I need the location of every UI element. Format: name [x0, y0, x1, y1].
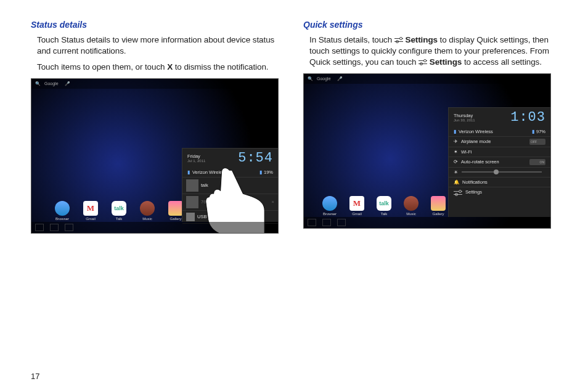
wifi-icon: ✶ — [454, 149, 458, 155]
status-date: Jul 1, 2011 — [187, 159, 205, 163]
gmail-label: Gmail — [86, 217, 96, 221]
browser-label: Browser — [323, 212, 337, 216]
gmail-label: Gmail — [352, 212, 362, 216]
gallery-label: Gallery — [432, 212, 444, 216]
bell-icon: 🔔 — [454, 179, 459, 185]
status-day: Friday — [187, 153, 205, 159]
back-button[interactable] — [35, 224, 44, 231]
qs-text-e: to access all settings. — [462, 57, 542, 67]
home-apps-row: Browser Gmail talkTalk Music Gallery — [55, 201, 183, 216]
airplane-mode-row[interactable]: ✈Airplane mode OFF — [449, 137, 550, 147]
mic-icon[interactable]: 🎤 — [65, 81, 70, 86]
signal-icon: ▮ — [454, 129, 456, 134]
autorotate-row[interactable]: ⟳Auto-rotate screen ON — [449, 157, 550, 168]
notifications-row[interactable]: 🔔Notifications — [449, 178, 550, 187]
quick-battery: 97% — [536, 129, 545, 134]
gallery-label: Gallery — [169, 217, 181, 221]
recent-button[interactable] — [65, 224, 73, 231]
music-label: Music — [406, 212, 416, 216]
page-number: 17 — [31, 372, 39, 381]
autorotate-toggle[interactable]: ON — [529, 159, 545, 165]
para2-text-c: to dismiss the notification. — [173, 62, 268, 71]
gallery-icon[interactable] — [431, 196, 446, 211]
back-button[interactable] — [308, 219, 316, 226]
google-label[interactable]: Google — [44, 81, 59, 86]
notif-thumb — [186, 213, 195, 221]
gmail-icon[interactable] — [349, 196, 364, 211]
close-icon[interactable]: × — [272, 199, 274, 205]
quick-clock: 1:03 — [510, 110, 545, 125]
status-details-screenshot: 🔍 Google 🎤 Browser Gmail talkTalk Music … — [31, 78, 279, 234]
quick-carrier: Verizon Wireless — [459, 129, 493, 134]
toggle-on-label: ON — [540, 160, 545, 164]
qs-text-a: In Status details, touch — [309, 35, 394, 44]
quick-date: Jun 30, 2011 — [454, 118, 475, 122]
gallery-icon[interactable] — [168, 201, 183, 216]
status-details-heading: Status details — [31, 20, 285, 30]
settings-icon — [419, 59, 427, 66]
airplane-icon: ✈ — [454, 139, 458, 144]
search-icon[interactable]: 🔍 — [308, 76, 313, 81]
talk-label: Talk — [381, 212, 388, 216]
settings-icon — [454, 189, 462, 197]
notif-thumb — [186, 196, 198, 208]
qs-settings-bold-2: Settings — [430, 57, 462, 67]
rotate-icon: ⟳ — [454, 159, 458, 165]
notif-thumb — [186, 179, 198, 192]
mic-icon[interactable]: 🎤 — [337, 76, 343, 81]
tablet-top-bar: 🔍 Google 🎤 — [31, 79, 278, 89]
gmail-icon[interactable] — [83, 201, 98, 216]
settings-label: Settings — [465, 189, 482, 197]
browser-icon[interactable] — [322, 196, 337, 211]
notifications-label: Notifications — [462, 179, 488, 185]
right-column: Quick settings In Status details, touch … — [303, 20, 557, 234]
music-icon[interactable] — [404, 196, 419, 211]
tablet-top-bar: 🔍 Google 🎤 — [304, 74, 550, 84]
quick-day: Thursday — [454, 113, 475, 118]
brightness-slider[interactable] — [462, 171, 542, 173]
talk-icon[interactable]: talk — [377, 196, 391, 211]
toggle-off-label: OFF — [531, 140, 537, 144]
quick-settings-screenshot: 🔍 Google 🎤 Browser Gmail talkTalk Music … — [303, 73, 551, 229]
home-apps-row: Browser Gmail talkTalk Music Gallery — [322, 196, 446, 211]
music-label: Music — [142, 217, 152, 221]
google-label[interactable]: Google — [317, 76, 331, 81]
browser-label: Browser — [55, 217, 69, 221]
qs-settings-bold-1: Settings — [406, 35, 438, 44]
wifi-row[interactable]: ✶Wi-Fi — [449, 147, 550, 157]
dismiss-x: X — [167, 62, 173, 71]
tablet-nav-bar — [31, 222, 278, 233]
autorotate-label: Auto-rotate screen — [461, 159, 499, 165]
tablet-nav-bar — [304, 217, 550, 228]
home-button[interactable] — [322, 219, 331, 226]
signal-icon: ▮ — [187, 169, 190, 175]
airplane-toggle[interactable]: OFF — [529, 139, 545, 145]
home-button[interactable] — [50, 224, 59, 231]
talk-label: Talk — [116, 217, 123, 221]
status-details-para2: Touch items to open them, or touch X to … — [37, 62, 285, 73]
airplane-label: Airplane mode — [461, 139, 491, 144]
quick-settings-heading: Quick settings — [303, 20, 557, 30]
settings-icon — [394, 36, 403, 44]
wifi-label: Wi-Fi — [461, 149, 472, 155]
left-column: Status details Touch Status details to v… — [31, 20, 285, 234]
brightness-row[interactable]: ☀ — [449, 168, 550, 178]
status-details-para1: Touch Status details to view more inform… — [37, 35, 285, 57]
brightness-icon: ☀ — [454, 169, 458, 175]
talk-icon[interactable]: talk — [112, 201, 126, 216]
browser-icon[interactable] — [55, 201, 70, 216]
music-icon[interactable] — [140, 201, 155, 216]
settings-row[interactable]: Settings — [449, 187, 550, 198]
quick-settings-panel[interactable]: Thursday Jun 30, 2011 1:03 ▮ Verizon Wir… — [448, 107, 550, 217]
status-clock: 5:54 — [238, 150, 273, 166]
recent-button[interactable] — [337, 219, 346, 226]
quick-settings-para1: In Status details, touch Settings to dis… — [309, 35, 557, 68]
battery-icon: ▮ — [532, 129, 534, 134]
para2-text-a: Touch items to open them, or touch — [37, 62, 167, 71]
search-icon[interactable]: 🔍 — [35, 81, 41, 86]
